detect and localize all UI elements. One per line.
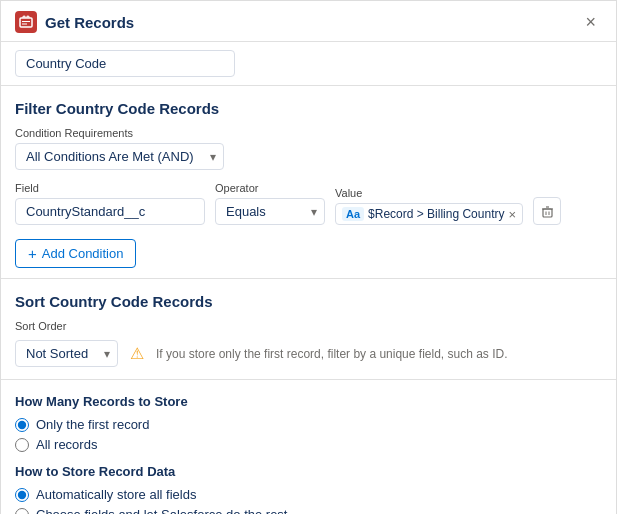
modal-icon xyxy=(15,11,37,33)
radio-all-records-input[interactable] xyxy=(15,438,29,452)
value-remove-button[interactable]: × xyxy=(508,208,516,221)
filter-section-title: Filter Country Code Records xyxy=(15,100,602,117)
radio-auto-store[interactable]: Automatically store all fields xyxy=(15,487,602,502)
modal-title: Get Records xyxy=(45,14,134,31)
radio-all-records[interactable]: All records xyxy=(15,437,602,452)
records-count-title: How Many Records to Store xyxy=(15,394,602,409)
operator-group: Operator Equals xyxy=(215,182,325,225)
modal-header-left: Get Records xyxy=(15,11,134,33)
add-condition-button[interactable]: + Add Condition xyxy=(15,239,136,268)
operator-select-wrapper: Equals xyxy=(215,198,325,225)
radio-first-record[interactable]: Only the first record xyxy=(15,417,602,432)
filter-section: Filter Country Code Records Condition Re… xyxy=(1,86,616,279)
sort-section-title: Sort Country Code Records xyxy=(15,293,602,310)
condition-requirements-wrapper: All Conditions Are Met (AND) xyxy=(15,143,224,170)
value-label: Value xyxy=(335,187,523,199)
svg-rect-0 xyxy=(20,18,32,27)
radio-choose-sf-label: Choose fields and let Salesforce do the … xyxy=(36,507,287,514)
records-count-radio-group: Only the first record All records xyxy=(15,417,602,452)
condition-row: Field Operator Equals Value Aa $Record >… xyxy=(15,182,602,225)
add-condition-label: Add Condition xyxy=(42,246,124,261)
radio-all-records-label: All records xyxy=(36,437,97,452)
store-data-radio-group: Automatically store all fields Choose fi… xyxy=(15,487,602,514)
value-type-icon: Aa xyxy=(342,207,364,221)
store-data-title: How to Store Record Data xyxy=(15,464,602,479)
value-group: Value Aa $Record > Billing Country × xyxy=(335,187,523,225)
field-input[interactable] xyxy=(15,198,205,225)
operator-label: Operator xyxy=(215,182,325,194)
field-label: Field xyxy=(15,182,205,194)
modal-container: Get Records × Country Code Filter Countr… xyxy=(0,0,617,514)
field-group: Field xyxy=(15,182,205,225)
operator-select[interactable]: Equals xyxy=(215,198,325,225)
condition-requirements-select[interactable]: All Conditions Are Met (AND) xyxy=(15,143,224,170)
object-label: Country Code xyxy=(15,50,235,77)
svg-rect-3 xyxy=(543,209,552,217)
plus-icon: + xyxy=(28,245,37,262)
sort-order-wrapper: Not Sorted xyxy=(15,340,118,367)
sort-order-select[interactable]: Not Sorted xyxy=(15,340,118,367)
object-label-row: Country Code xyxy=(1,42,616,86)
warning-text: If you store only the first record, filt… xyxy=(156,347,508,361)
radio-first-record-input[interactable] xyxy=(15,418,29,432)
warning-icon: ⚠ xyxy=(130,344,144,363)
delete-condition-button[interactable] xyxy=(533,197,561,225)
value-field[interactable]: Aa $Record > Billing Country × xyxy=(335,203,523,225)
radio-choose-sf-input[interactable] xyxy=(15,508,29,515)
radio-auto-store-label: Automatically store all fields xyxy=(36,487,196,502)
value-text: $Record > Billing Country xyxy=(368,207,504,221)
close-button[interactable]: × xyxy=(579,11,602,33)
store-section: How Many Records to Store Only the first… xyxy=(1,380,616,514)
sort-section: Sort Country Code Records Sort Order Not… xyxy=(1,279,616,380)
sort-row: Not Sorted ⚠ If you store only the first… xyxy=(15,340,602,367)
radio-auto-store-input[interactable] xyxy=(15,488,29,502)
radio-choose-sf[interactable]: Choose fields and let Salesforce do the … xyxy=(15,507,602,514)
sort-order-label: Sort Order xyxy=(15,320,602,332)
modal-header: Get Records × xyxy=(1,1,616,42)
condition-requirements-label: Condition Requirements xyxy=(15,127,602,139)
radio-first-record-label: Only the first record xyxy=(36,417,149,432)
